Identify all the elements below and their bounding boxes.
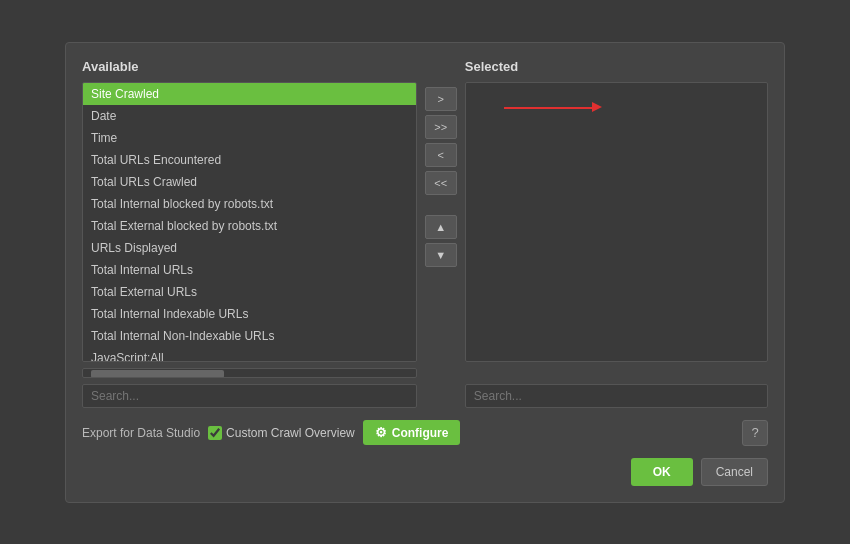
column-selector-dialog: Available Site CrawledDateTimeTotal URLs… <box>65 42 785 503</box>
red-arrow-annotation <box>504 107 594 109</box>
list-item[interactable]: Date <box>83 105 416 127</box>
gear-icon: ⚙ <box>375 425 387 440</box>
custom-crawl-label: Custom Crawl Overview <box>226 426 355 440</box>
move-down-button[interactable]: ▼ <box>425 243 457 267</box>
move-right-button[interactable]: > <box>425 87 457 111</box>
list-item[interactable]: Total Internal Non-Indexable URLs <box>83 325 416 347</box>
list-item[interactable]: Total Internal Indexable URLs <box>83 303 416 325</box>
selected-list[interactable] <box>465 82 768 362</box>
list-item[interactable]: Total Internal URLs <box>83 259 416 281</box>
list-item[interactable]: URLs Displayed <box>83 237 416 259</box>
available-search-input[interactable] <box>82 384 417 408</box>
export-label: Export for Data Studio <box>82 426 200 440</box>
list-item[interactable]: Total External blocked by robots.txt <box>83 215 416 237</box>
list-item[interactable]: Total Internal blocked by robots.txt <box>83 193 416 215</box>
selected-header: Selected <box>465 59 768 74</box>
list-item[interactable]: Total URLs Crawled <box>83 171 416 193</box>
list-item[interactable]: Site Crawled <box>83 83 416 105</box>
cancel-button[interactable]: Cancel <box>701 458 768 486</box>
list-item[interactable]: JavaScript:All <box>83 347 416 362</box>
ok-button[interactable]: OK <box>631 458 693 486</box>
configure-button[interactable]: ⚙ Configure <box>363 420 461 445</box>
footer-row: Export for Data Studio Custom Crawl Over… <box>82 420 768 446</box>
move-up-button[interactable]: ▲ <box>425 215 457 239</box>
selected-search-input[interactable] <box>465 384 768 408</box>
available-hscroll[interactable] <box>82 368 417 378</box>
help-button[interactable]: ? <box>742 420 768 446</box>
bottom-row: OK Cancel <box>82 458 768 486</box>
transfer-buttons: > >> < << ▲ ▼ <box>425 59 457 267</box>
move-all-left-button[interactable]: << <box>425 171 457 195</box>
move-all-right-button[interactable]: >> <box>425 115 457 139</box>
custom-crawl-checkbox-wrapper[interactable]: Custom Crawl Overview <box>208 426 355 440</box>
move-left-button[interactable]: < <box>425 143 457 167</box>
selected-panel: Selected <box>465 59 768 408</box>
list-item[interactable]: Total URLs Encountered <box>83 149 416 171</box>
available-panel: Available Site CrawledDateTimeTotal URLs… <box>82 59 417 408</box>
custom-crawl-checkbox[interactable] <box>208 426 222 440</box>
list-item[interactable]: Total External URLs <box>83 281 416 303</box>
available-list[interactable]: Site CrawledDateTimeTotal URLs Encounter… <box>82 82 417 362</box>
available-header: Available <box>82 59 417 74</box>
columns-area: Available Site CrawledDateTimeTotal URLs… <box>82 59 768 408</box>
list-item[interactable]: Time <box>83 127 416 149</box>
